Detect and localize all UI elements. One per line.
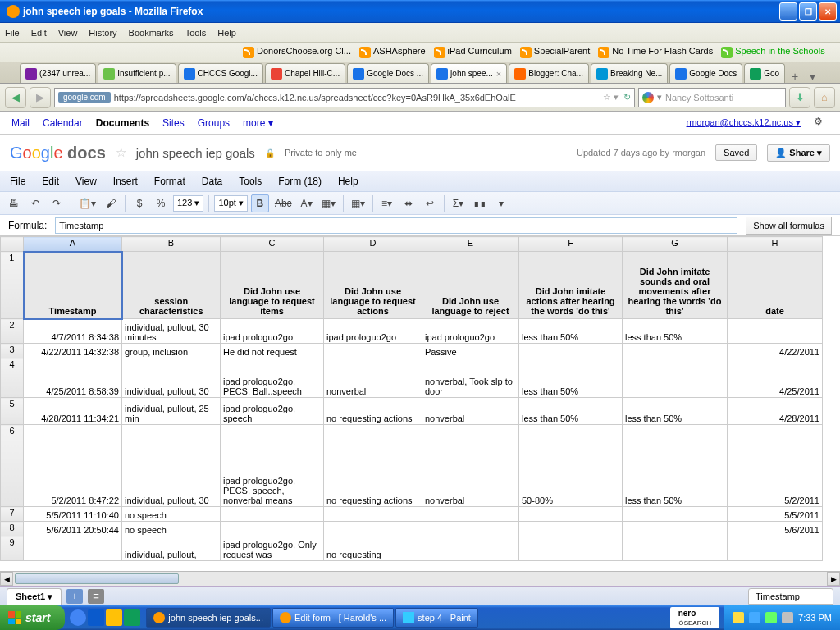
cell[interactable]: 5/5/2011 11:10:40 [24, 507, 122, 522]
clock[interactable]: 7:33 PM [798, 613, 832, 623]
header-cell[interactable]: date [728, 252, 823, 319]
cell[interactable]: 4/25/2011 [728, 358, 823, 398]
cell[interactable] [519, 522, 623, 536]
forward-button[interactable]: ▶ [30, 87, 51, 108]
cell[interactable] [519, 536, 623, 561]
cell[interactable]: ipad prologuo2go, speech [221, 398, 324, 425]
cell[interactable]: 5/2/2011 8:47:22 [24, 425, 122, 507]
browser-tab[interactable]: Google Docs [669, 63, 742, 83]
header-cell[interactable]: Did John use language to request actions [324, 252, 422, 319]
taskbar-task[interactable]: Edit form - [ Harold's ... [272, 608, 394, 628]
cell[interactable] [623, 358, 728, 398]
horizontal-scrollbar[interactable]: ◀ ▶ [0, 571, 840, 586]
tab-list-button[interactable]: ▾ [805, 70, 820, 83]
cell[interactable] [623, 536, 728, 561]
column-header[interactable]: G [623, 237, 728, 252]
nav-sites[interactable]: Sites [162, 117, 185, 129]
redo-icon[interactable]: ↷ [48, 194, 66, 212]
sheet-tab[interactable]: Sheet1 ▾ [7, 588, 62, 605]
browser-menubar[interactable]: File Edit View History Bookmarks Tools H… [0, 23, 840, 43]
share-button[interactable]: 👤 Share ▾ [767, 144, 830, 162]
cell[interactable]: no requesting actions [324, 398, 422, 425]
scroll-left-icon[interactable]: ◀ [0, 572, 13, 586]
cell[interactable]: less than 50% [623, 398, 728, 425]
sheet-menu-button[interactable]: ≡ [88, 589, 104, 604]
gmenu-file[interactable]: File [10, 176, 25, 187]
currency-icon[interactable]: $ [130, 194, 148, 212]
cell[interactable]: nonverbal [422, 398, 519, 425]
cell[interactable]: less than 50% [623, 319, 728, 344]
url-bar[interactable]: google.com https://spreadsheets.google.c… [54, 88, 635, 107]
cell[interactable]: 4/22/2011 14:32:38 [24, 344, 122, 358]
gmenu-form[interactable]: Form (18) [278, 176, 322, 187]
cell[interactable]: 5/6/2011 20:50:44 [24, 522, 122, 536]
cell[interactable]: He did not request [221, 344, 324, 358]
cell[interactable] [623, 522, 728, 536]
browser-tab[interactable]: CHCCS Googl... [178, 63, 263, 83]
menu-view[interactable]: View [58, 28, 78, 38]
font-size-dropdown[interactable]: 10pt ▾ [214, 195, 247, 212]
row-header[interactable]: 1 [1, 252, 24, 319]
borders-icon[interactable]: ▦▾ [349, 194, 368, 212]
scrollbar-thumb[interactable] [15, 573, 179, 584]
cell[interactable]: no speech [122, 522, 221, 536]
header-cell[interactable]: Did John imitate sounds and oral movemen… [623, 252, 728, 319]
gmenu-edit[interactable]: Edit [42, 176, 59, 187]
menu-history[interactable]: History [89, 28, 116, 38]
header-cell[interactable]: session characteristics [122, 252, 221, 319]
cell[interactable]: ipad prologuo2go [324, 319, 422, 344]
gmenu-tools[interactable]: Tools [239, 176, 262, 187]
header-cell[interactable]: Did John imitate actions after hearing t… [519, 252, 623, 319]
cell[interactable]: no requesting [324, 536, 422, 561]
cell[interactable] [422, 507, 519, 522]
cell[interactable]: individual, pullout, 30 [122, 358, 221, 398]
cell[interactable]: ipad prologuo2go, Only request was [221, 536, 324, 561]
cell[interactable] [324, 522, 422, 536]
cell[interactable]: individual, pullout, 30 [122, 425, 221, 507]
cell[interactable]: individual, pullout, [122, 536, 221, 561]
home-button[interactable]: ⌂ [814, 87, 835, 108]
cell[interactable]: 4/22/2011 [728, 344, 823, 358]
user-email[interactable]: rmorgan@chccs.k12.nc.us ▾ [687, 117, 801, 128]
gmenu-insert[interactable]: Insert [113, 176, 138, 187]
paint-format-icon[interactable]: 🖌 [102, 194, 120, 212]
spreadsheet-area[interactable]: ABCDEFGH 1Timestampsession characteristi… [0, 236, 840, 571]
fill-color-icon[interactable]: ▦▾ [319, 194, 338, 212]
cell[interactable] [728, 536, 823, 561]
text-color-icon[interactable]: A▾ [298, 194, 316, 212]
tray-icon[interactable] [765, 612, 777, 623]
nav-documents[interactable]: Documents [96, 117, 149, 129]
ql-icon[interactable] [88, 609, 104, 626]
gmenu-view[interactable]: View [75, 176, 97, 187]
cell[interactable]: ipad prologuo2go, PECS, Ball..speech [221, 358, 324, 398]
header-cell[interactable]: Timestamp [24, 252, 122, 319]
browser-tab[interactable]: (2347 unrea... [20, 63, 96, 83]
cell[interactable] [221, 507, 324, 522]
tray-icon[interactable] [733, 612, 744, 623]
downloads-button[interactable]: ⬇ [789, 87, 810, 108]
align-icon[interactable]: ≡▾ [378, 194, 396, 212]
cell[interactable] [519, 344, 623, 358]
nav-groups[interactable]: Groups [198, 117, 230, 129]
wrap-icon[interactable]: ↩ [421, 194, 439, 212]
cell[interactable]: ipad prologuo2go [422, 319, 519, 344]
row-header[interactable]: 6 [1, 425, 24, 507]
privacy-label[interactable]: Private to only me [285, 148, 357, 158]
browser-tab[interactable]: Goo [744, 63, 785, 83]
cell[interactable]: 5/5/2011 [728, 507, 823, 522]
cell[interactable]: nonverbal [324, 358, 422, 398]
cell[interactable]: nonverbal, Took slp to door [422, 358, 519, 398]
cell[interactable]: less than 50% [519, 398, 623, 425]
menu-tools[interactable]: Tools [185, 28, 207, 38]
menu-file[interactable]: File [5, 28, 20, 38]
strike-button[interactable]: Abc [272, 194, 294, 212]
cell[interactable] [728, 319, 823, 344]
maximize-button[interactable]: ❐ [799, 2, 817, 21]
column-header[interactable]: C [221, 237, 324, 252]
cell[interactable]: 4/28/2011 11:34:21 [24, 398, 122, 425]
star-icon[interactable]: ☆ [116, 145, 126, 160]
cell[interactable]: 50-80% [519, 425, 623, 507]
cell[interactable]: less than 50% [519, 319, 623, 344]
gmenu-help[interactable]: Help [338, 176, 358, 187]
column-header[interactable]: B [122, 237, 221, 252]
